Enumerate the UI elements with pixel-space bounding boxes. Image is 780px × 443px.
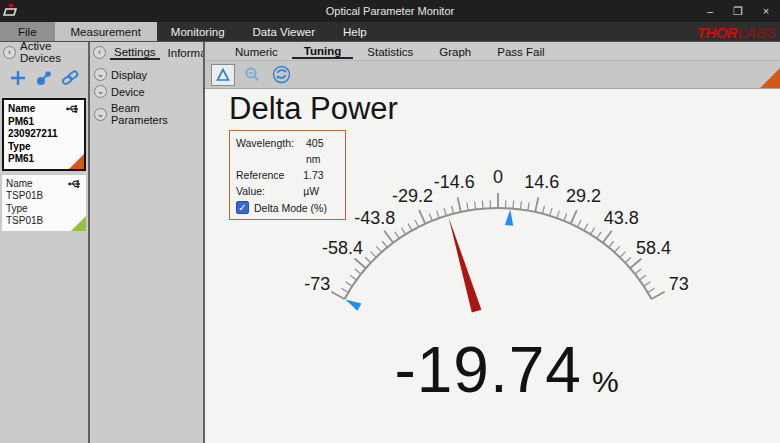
major-tick bbox=[630, 258, 641, 268]
group-label: Device bbox=[111, 86, 145, 98]
menu-help[interactable]: Help bbox=[329, 22, 381, 41]
tab-pass-fail[interactable]: Pass Fail bbox=[485, 45, 556, 58]
device-type-label: Type bbox=[6, 203, 82, 216]
tick-label: -29.2 bbox=[392, 186, 433, 206]
minor-tick bbox=[382, 241, 387, 247]
tab-settings[interactable]: Settings bbox=[110, 45, 160, 60]
device-name: TSP01B bbox=[6, 190, 82, 203]
add-device-icon[interactable] bbox=[8, 68, 28, 88]
minor-tick bbox=[620, 252, 626, 258]
minor-tick bbox=[614, 246, 619, 252]
active-devices-title: Active Devices bbox=[20, 40, 85, 64]
tick-label: 29.2 bbox=[566, 186, 601, 206]
chevron-down-icon[interactable]: ⌄ bbox=[94, 108, 107, 121]
settings-group-device[interactable]: ⌄ Device bbox=[92, 83, 201, 100]
scan-devices-icon[interactable] bbox=[34, 68, 54, 88]
major-tick bbox=[535, 197, 538, 212]
menu-measurement[interactable]: Measurement bbox=[55, 22, 157, 41]
zoom-icon bbox=[243, 66, 261, 84]
tick-label: 43.8 bbox=[604, 208, 639, 228]
minor-tick bbox=[395, 232, 400, 239]
delta-icon bbox=[215, 67, 231, 83]
minor-tick bbox=[557, 211, 560, 219]
measurement-value: -19.74 bbox=[394, 333, 581, 407]
menu-data-viewer[interactable]: Data Viewer bbox=[239, 22, 329, 41]
window-title: Optical Parameter Monitor bbox=[0, 5, 780, 17]
close-button[interactable]: × bbox=[752, 0, 780, 22]
minor-tick bbox=[341, 288, 348, 292]
tick-label: -14.6 bbox=[434, 172, 475, 192]
major-tick bbox=[458, 197, 461, 212]
chevron-down-icon[interactable]: ⌄ bbox=[94, 85, 107, 98]
measurement-panel: Numeric Tuning Statistics Graph Pass Fai… bbox=[205, 42, 780, 443]
minor-tick bbox=[584, 224, 588, 231]
minor-tick bbox=[355, 269, 361, 274]
measurement-tab-bar: Numeric Tuning Statistics Graph Pass Fai… bbox=[205, 42, 780, 61]
minor-tick bbox=[467, 203, 468, 211]
minor-tick bbox=[371, 252, 377, 258]
settings-group-beam-parameters[interactable]: ⌄ Beam Parameters bbox=[92, 100, 201, 128]
active-device-corner bbox=[760, 68, 780, 88]
tab-graph[interactable]: Graph bbox=[427, 45, 483, 58]
device-card-pm61[interactable]: Name PM61 230927211 Type PM61 bbox=[2, 98, 86, 171]
minor-tick bbox=[635, 269, 641, 274]
refresh-icon bbox=[272, 65, 291, 84]
major-tick bbox=[355, 258, 366, 268]
min-marker bbox=[345, 299, 361, 310]
zoom-button[interactable] bbox=[240, 64, 264, 86]
minor-tick bbox=[577, 220, 581, 227]
minor-tick bbox=[475, 202, 476, 210]
group-label: Display bbox=[111, 69, 147, 81]
minor-tick bbox=[376, 246, 381, 252]
device-status-corner bbox=[69, 154, 84, 169]
minor-tick bbox=[429, 213, 432, 220]
minor-tick bbox=[590, 228, 594, 235]
tick-label: -43.8 bbox=[354, 208, 395, 228]
minor-tick bbox=[520, 202, 521, 210]
tuning-toolbar bbox=[205, 61, 780, 89]
major-tick bbox=[419, 210, 425, 224]
minor-tick bbox=[648, 288, 655, 292]
major-tick bbox=[603, 231, 612, 243]
tab-statistics[interactable]: Statistics bbox=[355, 45, 425, 58]
minor-tick bbox=[350, 275, 356, 280]
minor-tick bbox=[513, 201, 514, 209]
tick-label: 73 bbox=[669, 274, 689, 294]
tick-label: 0 bbox=[493, 167, 503, 187]
device-card-tsp01b[interactable]: Name TSP01B Type TSP01B bbox=[2, 175, 86, 231]
minor-tick bbox=[401, 228, 405, 235]
menu-file[interactable]: File bbox=[0, 22, 55, 41]
delta-mode-button[interactable] bbox=[211, 64, 235, 86]
major-tick bbox=[331, 292, 344, 299]
minor-tick bbox=[625, 257, 631, 262]
collapse-panel-icon[interactable]: ‹ bbox=[3, 46, 16, 59]
minor-tick bbox=[644, 282, 651, 286]
tick-label: 14.6 bbox=[524, 172, 559, 192]
collapse-panel-icon[interactable]: ‹ bbox=[93, 46, 106, 59]
device-name: PM61 230927211 bbox=[8, 116, 80, 141]
tab-numeric[interactable]: Numeric bbox=[223, 45, 290, 58]
settings-panel: ‹ Settings Information ⌄ Display ⌄ Devic… bbox=[90, 42, 203, 443]
settings-group-display[interactable]: ⌄ Display bbox=[92, 66, 201, 83]
menu-monitoring[interactable]: Monitoring bbox=[157, 22, 239, 41]
minor-tick bbox=[597, 232, 602, 239]
thorlabs-logo: THORLABS bbox=[697, 22, 776, 42]
max-marker bbox=[505, 209, 513, 225]
tuning-view: Delta Power Wavelength: 405 nm Reference… bbox=[205, 89, 780, 443]
minor-tick bbox=[408, 224, 412, 231]
tab-tuning[interactable]: Tuning bbox=[292, 44, 353, 59]
usb-icon bbox=[66, 103, 81, 114]
maximize-button[interactable]: ❐ bbox=[724, 0, 752, 22]
chevron-down-icon[interactable]: ⌄ bbox=[94, 68, 107, 81]
tick-label: -73 bbox=[304, 274, 330, 294]
menu-bar: File Measurement Monitoring Data Viewer … bbox=[0, 22, 780, 42]
minor-tick bbox=[639, 275, 645, 280]
minimize-button[interactable]: – bbox=[696, 0, 724, 22]
link-device-icon[interactable] bbox=[60, 68, 80, 88]
application-window: Optical Parameter Monitor – ❐ × File Mea… bbox=[0, 0, 780, 443]
value-readout: -19.74 % bbox=[219, 333, 780, 407]
refresh-button[interactable] bbox=[269, 64, 293, 86]
minor-tick bbox=[365, 257, 371, 262]
tick-label: -58.4 bbox=[322, 238, 363, 258]
measurement-unit: % bbox=[592, 365, 619, 399]
